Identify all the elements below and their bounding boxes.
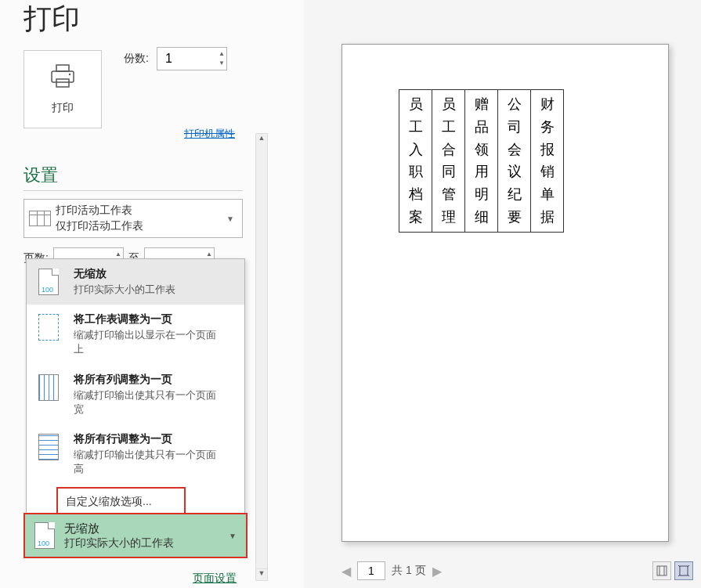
prev-page-icon[interactable]: ◀	[341, 564, 351, 579]
worksheet-grid-icon	[29, 211, 51, 226]
scale-opt-desc: 缩减打印输出以显示在一个页面上	[74, 328, 222, 356]
chevron-down-icon[interactable]: ▼	[229, 532, 237, 540]
scale-option-no-scaling[interactable]: 无缩放 打印实际大小的工作表	[27, 259, 244, 305]
scale-opt-desc: 缩减打印输出使其只有一个页面宽	[74, 388, 222, 417]
preview-content-table: 员工入职档案 员工合同管理 赠品领用明细 公司会议纪要 财务报销单据	[399, 89, 564, 233]
table-cell: 员工合同管理	[432, 90, 465, 233]
chevron-up-icon[interactable]: ▲	[219, 49, 225, 59]
show-margins-icon[interactable]	[652, 561, 671, 580]
chevron-down-icon[interactable]: ▼	[226, 215, 234, 223]
printer-properties-link[interactable]: 打印机属性	[184, 127, 235, 141]
copies-label: 份数:	[124, 52, 149, 66]
table-cell: 财务报销单据	[531, 90, 564, 233]
scale-dropdown-list: 无缩放 打印实际大小的工作表 将工作表调整为一页 缩减打印输出以显示在一个页面上…	[26, 258, 245, 524]
svg-point-3	[69, 74, 70, 75]
scale-option-fit-sheet[interactable]: 将工作表调整为一页 缩减打印输出以显示在一个页面上	[27, 305, 244, 364]
copies-spinner[interactable]: ▲▼	[157, 47, 227, 70]
printer-icon	[49, 63, 77, 95]
scroll-down-icon[interactable]: ▼	[255, 568, 268, 581]
print-what-line2: 仅打印活动工作表	[56, 218, 242, 234]
page-setup-link[interactable]: 页面设置	[193, 572, 237, 586]
svg-rect-0	[56, 65, 69, 71]
print-button-label: 打印	[52, 101, 74, 115]
scale-opt-title: 无缩放	[74, 267, 175, 281]
settings-header: 设置	[23, 164, 243, 191]
page-cols-icon	[38, 374, 59, 401]
page-title: 打印	[0, 0, 304, 50]
print-what-dropdown[interactable]: 打印活动工作表 仅打印活动工作表 ▼	[23, 199, 243, 238]
svg-rect-7	[680, 566, 688, 575]
copies-input[interactable]	[157, 52, 204, 66]
scale-opt-title: 将所有行调整为一页	[74, 432, 222, 446]
scale-opt-title: 将所有列调整为一页	[74, 373, 222, 387]
svg-rect-4	[657, 566, 667, 575]
table-cell: 公司会议纪要	[498, 90, 531, 233]
page-navigation: ◀ 共 1 页 ▶	[341, 561, 442, 580]
chevron-down-icon[interactable]: ▼	[219, 59, 225, 68]
page-total-text: 共 1 页	[392, 564, 426, 578]
next-page-icon[interactable]: ▶	[432, 564, 442, 579]
page-rows-icon	[38, 434, 59, 460]
scale-opt-desc: 缩减打印输出使其只有一个页面高	[74, 448, 222, 476]
scale-option-fit-rows[interactable]: 将所有行调整为一页 缩减打印输出使其只有一个页面高	[27, 424, 244, 484]
page-100-icon	[34, 522, 55, 549]
print-preview-page: 员工入职档案 员工合同管理 赠品领用明细 公司会议纪要 财务报销单据	[341, 44, 669, 542]
svg-rect-2	[56, 79, 69, 87]
zoom-to-page-icon[interactable]	[674, 561, 693, 580]
page-100-icon	[38, 269, 59, 295]
page-fit-icon	[38, 314, 59, 341]
page-number-input[interactable]	[357, 561, 385, 580]
print-what-line1: 打印活动工作表	[56, 203, 242, 218]
scale-opt-title: 将工作表调整为一页	[74, 312, 222, 326]
scroll-up-icon[interactable]: ▲	[256, 134, 267, 145]
scale-dropdown-closed[interactable]: 无缩放 打印实际大小的工作表 ▼	[23, 513, 248, 558]
svg-rect-1	[52, 71, 74, 82]
table-cell: 赠品领用明细	[465, 90, 498, 233]
current-scale-line2: 打印实际大小的工作表	[64, 536, 174, 550]
table-cell: 员工入职档案	[399, 90, 432, 233]
scale-opt-desc: 打印实际大小的工作表	[74, 283, 175, 297]
scale-option-fit-cols[interactable]: 将所有列调整为一页 缩减打印输出使其只有一个页面宽	[27, 365, 244, 424]
current-scale-line1: 无缩放	[64, 521, 174, 536]
left-scrollbar[interactable]: ▲	[255, 133, 268, 579]
print-button[interactable]: 打印	[23, 50, 102, 128]
